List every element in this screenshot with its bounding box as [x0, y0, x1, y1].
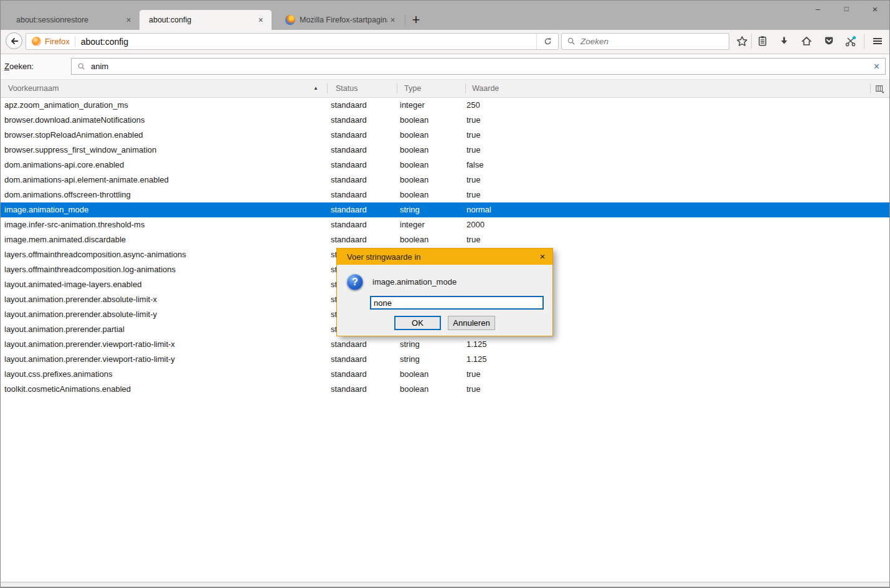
search-bar[interactable]: Zoeken	[561, 33, 729, 50]
table-row[interactable]: layout.animation.prerender.viewport-rati…	[1, 337, 889, 352]
pref-status: standaard	[331, 187, 367, 202]
scissors-icon	[845, 35, 857, 47]
downloads-button[interactable]	[777, 34, 791, 48]
column-divider[interactable]	[397, 83, 397, 93]
identity-box[interactable]: Firefox	[26, 34, 75, 49]
toolbar-separator	[864, 34, 864, 49]
ok-button[interactable]: OK	[394, 316, 441, 330]
pref-name: browser.download.animateNotifications	[4, 113, 144, 128]
pref-type: boolean	[400, 113, 428, 128]
star-icon	[736, 36, 748, 47]
table-row[interactable]: dom.animations-api.core.enabledstandaard…	[1, 158, 889, 173]
table-row[interactable]: dom.animations.offscreen-throttlingstand…	[1, 187, 889, 202]
pref-name: layout.animation.prerender.absolute-limi…	[4, 307, 157, 322]
column-header-type[interactable]: Type	[404, 80, 421, 97]
tab-close-icon[interactable]: ×	[255, 15, 266, 26]
bookmark-star-button[interactable]	[735, 34, 749, 48]
cancel-button[interactable]: Annuleren	[448, 316, 495, 330]
pref-name: image.mem.animated.discardable	[4, 232, 126, 247]
pocket-button[interactable]	[822, 34, 836, 48]
search-icon	[77, 62, 86, 71]
tab-about-config[interactable]: about:config ×	[140, 10, 272, 30]
dialog-title: Voer stringwaarde in	[337, 252, 533, 262]
window-bottom-edge	[0, 582, 890, 587]
pref-name: layout.animation.prerender.absolute-limi…	[4, 292, 157, 307]
filter-input[interactable]	[90, 61, 874, 72]
pref-value: true	[466, 232, 480, 247]
pref-type: boolean	[400, 367, 428, 382]
pref-name: dom.animations.offscreen-throttling	[4, 187, 131, 202]
dialog-close-icon[interactable]: ×	[533, 249, 552, 265]
back-button[interactable]	[6, 32, 22, 49]
table-row[interactable]: image.infer-src-animation.threshold-msst…	[1, 217, 889, 232]
screenshot-extension-button[interactable]	[844, 34, 858, 48]
minimize-button[interactable]: –	[803, 1, 832, 18]
pref-type: boolean	[400, 173, 428, 187]
pref-type: boolean	[400, 382, 428, 397]
column-divider[interactable]	[327, 83, 328, 93]
column-header-status[interactable]: Status	[336, 80, 357, 97]
pref-name: dom.animations-api.element-animate.enabl…	[4, 173, 169, 187]
dialog-body: ? image.animation_mode OK Annuleren	[337, 265, 552, 336]
clear-filter-icon[interactable]: ×	[874, 62, 879, 72]
pocket-icon	[823, 36, 835, 47]
column-header-voorkeurnaam[interactable]: Voorkeurnaam	[8, 80, 59, 97]
tab-close-icon[interactable]: ×	[387, 15, 398, 26]
tab-strip: about:sessionrestore × about:config × Mo…	[0, 0, 890, 30]
dialog-titlebar[interactable]: Voer stringwaarde in ×	[337, 249, 552, 265]
tab-label: about:config	[140, 16, 255, 24]
tab-close-icon[interactable]: ×	[123, 15, 134, 26]
table-row[interactable]: image.animation_modestandaardstringnorma…	[1, 202, 889, 217]
pref-type: boolean	[400, 128, 428, 143]
pref-status: standaard	[331, 352, 367, 367]
menu-button[interactable]	[869, 34, 886, 48]
pref-status: standaard	[331, 382, 367, 397]
column-picker-button[interactable]	[875, 84, 885, 94]
pref-type: string	[400, 352, 420, 367]
sort-ascending-icon: ▲	[313, 80, 318, 97]
reload-icon	[543, 37, 552, 46]
url-text[interactable]: about:config	[75, 37, 536, 47]
pref-status: standaard	[331, 202, 367, 217]
toolbar-separator	[751, 34, 752, 49]
pref-value: false	[466, 158, 483, 173]
tab-firefox-startpage[interactable]: Mozilla Firefox-startpagina ×	[275, 10, 404, 30]
pref-type: integer	[400, 98, 425, 113]
table-row[interactable]: layout.css.prefixes.animationsstandaardb…	[1, 367, 889, 382]
maximize-button[interactable]: □	[832, 1, 861, 18]
dialog-pref-name: image.animation_mode	[372, 277, 457, 287]
pref-rows: apz.zoom_animation_duration_msstandaardi…	[1, 98, 889, 397]
filter-input-box[interactable]: ×	[71, 58, 886, 75]
string-value-input[interactable]	[370, 296, 544, 310]
table-row[interactable]: toolkit.cosmeticAnimations.enabledstanda…	[1, 382, 889, 397]
pref-name: layout.css.prefixes.animations	[4, 367, 112, 382]
table-row[interactable]: browser.stopReloadAnimation.enabledstand…	[1, 128, 889, 143]
library-button[interactable]	[755, 34, 769, 48]
tab-about-sessionrestore[interactable]: about:sessionrestore ×	[5, 10, 140, 30]
table-row[interactable]: browser.download.animateNotificationssta…	[1, 113, 889, 128]
pref-name: layout.animation.prerender.viewport-rati…	[4, 352, 175, 367]
close-button[interactable]: ×	[861, 1, 889, 18]
reload-button[interactable]	[536, 34, 558, 49]
table-row[interactable]: browser.suppress_first_window_animations…	[1, 143, 889, 158]
table-row[interactable]: layout.animation.prerender.viewport-rati…	[1, 352, 889, 367]
url-bar[interactable]: Firefox about:config	[26, 33, 559, 50]
pref-status: standaard	[331, 113, 367, 128]
column-divider[interactable]	[465, 83, 466, 93]
pref-name: layout.animation.prerender.viewport-rati…	[4, 337, 175, 352]
home-button[interactable]	[800, 34, 813, 48]
download-arrow-icon	[779, 36, 790, 47]
new-tab-button[interactable]: +	[408, 12, 424, 28]
pref-status: standaard	[331, 232, 367, 247]
column-header-waarde[interactable]: Waarde	[472, 80, 499, 97]
table-row[interactable]: image.mem.animated.discardablestandaardb…	[1, 232, 889, 247]
pref-name: layers.offmainthreadcomposition.async-an…	[4, 247, 186, 262]
home-icon	[801, 36, 812, 47]
pref-type: integer	[400, 217, 425, 232]
pref-table-header: Voorkeurnaam ▲ Status Type Waarde	[1, 79, 889, 98]
filter-label-rest: oeken:	[9, 62, 34, 71]
hamburger-icon	[871, 36, 884, 47]
table-row[interactable]: dom.animations-api.element-animate.enabl…	[1, 173, 889, 187]
filter-label-accesskey: Z	[4, 62, 9, 71]
table-row[interactable]: apz.zoom_animation_duration_msstandaardi…	[1, 98, 889, 113]
